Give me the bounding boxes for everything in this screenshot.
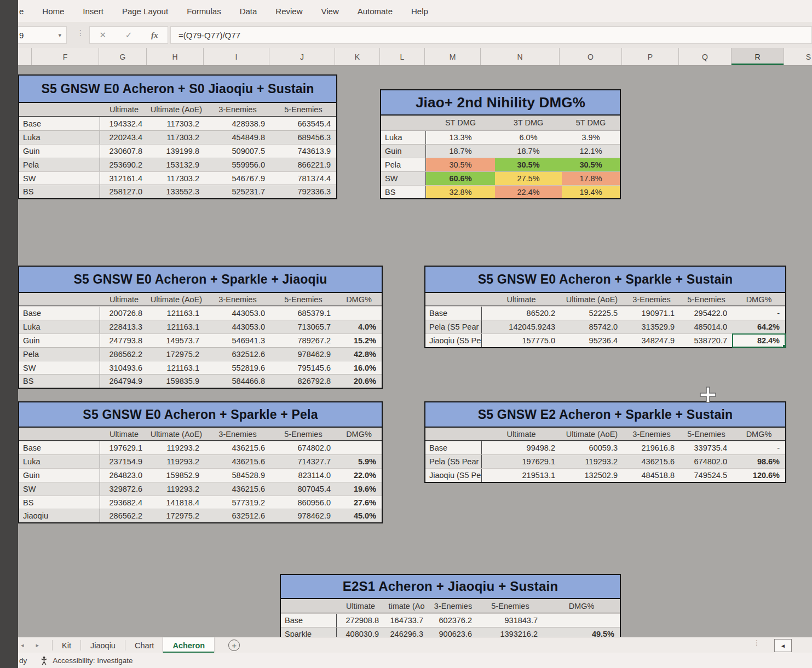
table-cell[interactable]: 272908.8 [337, 614, 384, 627]
table-cell[interactable]: 312161.4 [100, 172, 148, 185]
table-cell[interactable]: 807045.4 [270, 482, 336, 496]
table-cell[interactable]: 45.0% [336, 509, 382, 522]
table-cell[interactable]: 121163.1 [148, 307, 205, 320]
table-cell[interactable]: 584466.8 [205, 375, 270, 388]
table-cell[interactable]: 295422.0 [680, 307, 733, 320]
table-cell[interactable]: 197629.1 [100, 441, 148, 454]
column-header-H[interactable]: H [147, 48, 204, 65]
table-header-cell[interactable]: Ultimate (AoE) [561, 428, 623, 440]
tab-jiaoqiu[interactable]: Jiaoqiu [81, 637, 125, 653]
table-cell[interactable] [543, 614, 620, 627]
table-cell[interactable]: 546767.9 [205, 172, 270, 185]
row-label[interactable]: Pela [19, 158, 100, 171]
table-header-cell[interactable]: 3-Enemies [623, 428, 680, 440]
table-header-cell[interactable]: 3-Enemies [623, 293, 680, 306]
table-header-cell[interactable]: Ultimate [482, 428, 561, 440]
row-label[interactable]: Guin [19, 334, 100, 347]
table-cell[interactable]: 577319.2 [205, 496, 270, 509]
table-cell[interactable]: 714327.7 [270, 455, 336, 468]
table-cell[interactable]: 237154.9 [100, 455, 148, 468]
table-cell[interactable]: 4.0% [336, 320, 382, 333]
formula-input[interactable]: =(Q79-Q77)/Q77 [170, 26, 812, 44]
table-cell[interactable]: 538720.7 [680, 334, 733, 347]
table-cell[interactable]: - [733, 307, 785, 320]
tab-kit[interactable]: Kit [53, 637, 80, 653]
table-cell[interactable]: 119293.2 [148, 441, 205, 454]
column-header-J[interactable]: J [269, 48, 335, 65]
table-cell[interactable]: 584528.9 [205, 469, 270, 482]
fill-handle[interactable] [782, 344, 785, 347]
column-header-M[interactable]: M [425, 48, 481, 65]
table-cell[interactable]: 141818.4 [148, 496, 205, 509]
row-label[interactable]: Guin [381, 145, 426, 158]
table-cell[interactable]: 559956.0 [205, 158, 270, 171]
table-header-cell[interactable]: 5T DMG [562, 116, 620, 130]
table-cell[interactable]: 860956.0 [270, 496, 336, 509]
table-cell[interactable]: 13.3% [426, 131, 495, 144]
table-header-cell[interactable] [19, 428, 100, 440]
table-header-cell[interactable]: DMG% [543, 599, 620, 613]
table-cell[interactable]: 258127.0 [100, 185, 148, 198]
table-cell[interactable]: 139199.8 [148, 145, 205, 158]
table-cell[interactable]: 228413.3 [100, 320, 148, 333]
row-label[interactable]: Luka [381, 131, 426, 144]
table-cell[interactable]: 190971.1 [623, 307, 680, 320]
table-cell[interactable]: 339735.4 [680, 441, 733, 454]
row-label[interactable]: Pela (S5 Pear [425, 320, 482, 333]
table-cell[interactable]: 18.7% [426, 145, 495, 158]
enter-icon[interactable]: ✓ [125, 30, 133, 40]
table-cell[interactable]: 749524.5 [680, 469, 733, 482]
table-cell[interactable]: 18.7% [495, 145, 562, 158]
row-label[interactable]: Base [19, 441, 100, 454]
table-header-cell[interactable]: Ultimate (AoE) [561, 293, 623, 306]
table-cell[interactable]: 194332.4 [100, 117, 148, 130]
table-cell[interactable]: 230607.8 [100, 145, 148, 158]
row-label[interactable]: Pela [381, 158, 426, 171]
table-cell[interactable]: 27.6% [336, 496, 382, 509]
table-cell[interactable]: 713065.7 [270, 320, 336, 333]
row-label[interactable]: Base [425, 441, 482, 454]
table-cell[interactable]: 484518.8 [623, 469, 680, 482]
column-header-I[interactable]: I [204, 48, 269, 65]
new-sheet-button[interactable]: + [228, 640, 240, 651]
table-header-cell[interactable]: Ultimate [100, 428, 148, 440]
column-header-N[interactable]: N [481, 48, 560, 65]
sheet-area[interactable]: S5 GNSW E0 Acheron + S0 Jiaoqiu + Sustai… [0, 66, 812, 637]
row-label[interactable]: Base [19, 117, 100, 130]
table-cell[interactable]: 310493.6 [100, 361, 148, 375]
table-cell[interactable]: 689456.3 [270, 131, 336, 144]
table-cell[interactable]: 743613.9 [270, 145, 336, 158]
menu-insert[interactable]: Insert [83, 7, 103, 16]
table-header-cell[interactable]: Ultimate [482, 293, 561, 306]
table-header-cell[interactable]: Ultimate [100, 103, 148, 116]
menu-data[interactable]: Data [240, 7, 257, 16]
table-header-cell[interactable]: 3-Enemies [429, 599, 477, 613]
table-header-cell[interactable] [381, 116, 426, 130]
table-cell[interactable]: 32.8% [426, 186, 495, 199]
table-header-cell[interactable]: 5-Enemies [477, 599, 543, 613]
table-cell[interactable]: 246296.3 [384, 627, 429, 637]
table-cell[interactable]: 436215.6 [205, 441, 270, 454]
table-cell[interactable]: 159852.9 [148, 469, 205, 482]
table-cell[interactable]: 30.5% [495, 158, 562, 171]
table-cell[interactable]: 133552.3 [148, 185, 205, 198]
table-cell[interactable]: 931843.7 [477, 614, 543, 627]
table-cell[interactable]: 159835.9 [148, 375, 205, 388]
table-header-cell[interactable]: Ultimate (AoE) [148, 428, 205, 440]
table-cell[interactable]: 22.4% [495, 186, 562, 199]
table-cell[interactable]: 685379.1 [270, 307, 336, 320]
table-cell[interactable]: 98.6% [733, 455, 785, 468]
table-cell[interactable]: 552819.6 [205, 361, 270, 375]
table-cell[interactable]: 119293.2 [148, 482, 205, 496]
table-header-cell[interactable]: 5-Enemies [270, 103, 336, 116]
table-cell[interactable]: 219513.1 [482, 469, 561, 482]
table-cell[interactable]: 119293.2 [148, 455, 205, 468]
table-cell[interactable]: 900623.6 [429, 627, 477, 637]
row-label[interactable]: Luka [19, 455, 100, 468]
row-label[interactable]: SW [19, 172, 100, 185]
row-label[interactable]: Base [425, 307, 482, 320]
table-header-cell[interactable]: Ultimate (AoE) [148, 293, 205, 306]
table-cell[interactable]: 19.6% [336, 482, 382, 496]
table-cell[interactable]: 546941.3 [205, 334, 270, 347]
table-header-cell[interactable]: DMG% [733, 293, 785, 306]
